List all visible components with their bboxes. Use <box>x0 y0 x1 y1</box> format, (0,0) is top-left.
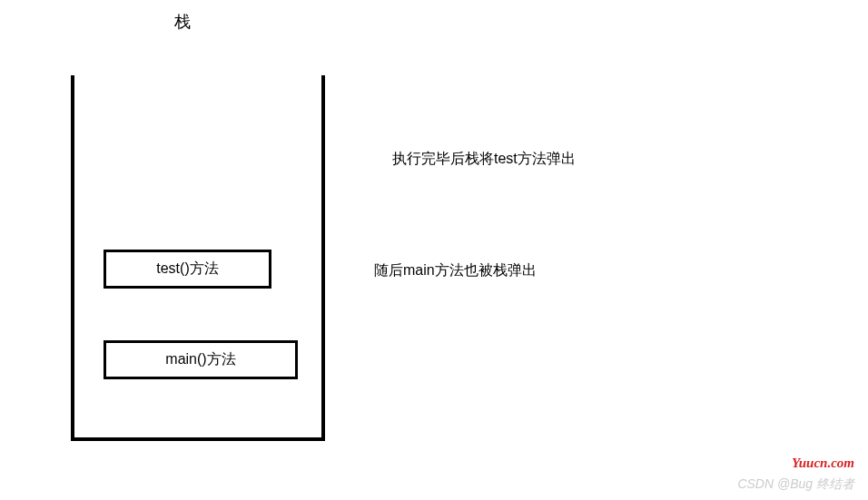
watermark-author: CSDN @Bug 终结者 <box>737 476 854 493</box>
stack-title: 栈 <box>174 11 191 33</box>
annotation-pop-test: 执行完毕后栈将test方法弹出 <box>392 150 576 169</box>
frame-label: main()方法 <box>165 350 235 369</box>
stack-frame-main: main()方法 <box>104 340 298 379</box>
watermark-site: Yuucn.com <box>792 456 854 471</box>
stack-container: test()方法 main()方法 <box>71 75 325 441</box>
stack-frame-test: test()方法 <box>104 250 271 289</box>
annotation-pop-main: 随后main方法也被栈弹出 <box>374 261 537 280</box>
frame-label: test()方法 <box>156 260 218 279</box>
